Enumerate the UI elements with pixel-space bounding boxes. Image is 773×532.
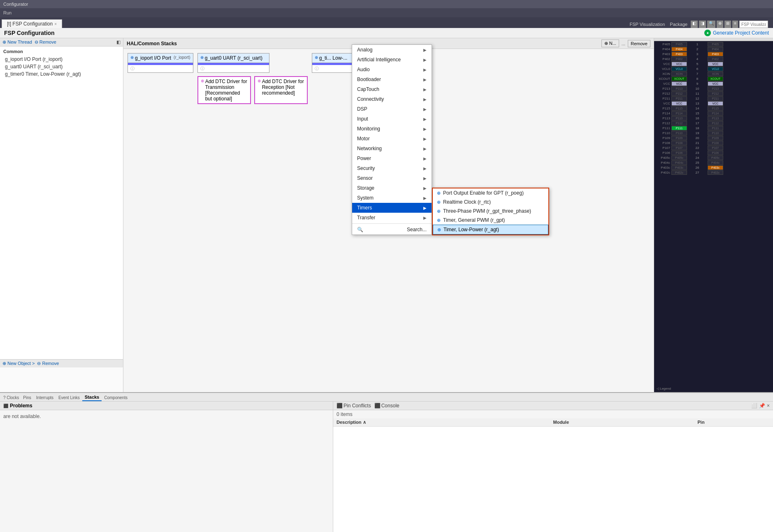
- viz-icon-search[interactable]: 🔍: [707, 21, 715, 28]
- submenu-item-agt[interactable]: ⊕ Timer, Low-Power (r_agt): [433, 225, 548, 235]
- console-tab[interactable]: ⬛ Console: [374, 403, 399, 409]
- clocks-tab[interactable]: ? Clocks: [2, 395, 21, 401]
- pin-left-chip-0[interactable]: P405: [671, 42, 687, 46]
- pin-conflicts-tab[interactable]: ⬛ Pin Conflicts: [337, 403, 371, 409]
- pin-right-chip-25[interactable]: P403c: [708, 165, 723, 170]
- col-pin[interactable]: Pin: [698, 420, 770, 425]
- pin-right-chip-18[interactable]: P110: [708, 131, 723, 135]
- generate-project-btn[interactable]: ✦ Generate Project Content: [704, 30, 769, 36]
- pin-left-chip-22[interactable]: P106: [671, 151, 687, 155]
- pin-right-chip-0[interactable]: P405: [708, 42, 723, 46]
- viz-icon-fit[interactable]: ⊞: [724, 21, 731, 28]
- pin-left-chip-3[interactable]: P402: [671, 57, 687, 61]
- pin-left-chip-19[interactable]: P109: [671, 136, 687, 140]
- submenu-item-rtc[interactable]: ⊕ Realtime Clock (r_rtc): [433, 197, 548, 207]
- pin-left-chip-2[interactable]: P403: [671, 52, 687, 56]
- pin-left-chip-23[interactable]: P405c: [671, 156, 687, 160]
- pin-left-chip-17[interactable]: P111: [671, 126, 687, 130]
- pin-left-chip-24[interactable]: P404c: [671, 160, 687, 165]
- stacks-tab[interactable]: Stacks: [82, 394, 102, 401]
- pins-tab[interactable]: Pins: [21, 395, 33, 401]
- col-description[interactable]: Description ∧: [337, 420, 553, 425]
- pin-left-chip-11[interactable]: P211: [671, 96, 687, 101]
- col-module[interactable]: Module: [553, 420, 698, 425]
- pin-right-chip-10[interactable]: P212: [708, 91, 723, 96]
- event-links-tab[interactable]: Event Links: [56, 395, 82, 401]
- collapse-left-btn[interactable]: ◧: [116, 39, 121, 45]
- pin-left-chip-9[interactable]: P213: [671, 86, 687, 91]
- pin-left-chip-16[interactable]: P112: [671, 121, 687, 125]
- stack-card-ioport[interactable]: ⊕ g_ioport I/O Port (r_ioport) ⓘ: [128, 53, 193, 73]
- pin-right-chip-11[interactable]: P211: [708, 96, 723, 101]
- components-tab[interactable]: Components: [102, 395, 130, 401]
- menu-item-storage[interactable]: Storage ▶: [352, 183, 432, 193]
- pin-left-chip-14[interactable]: P114: [671, 111, 687, 116]
- pin-right-chip-23[interactable]: P405c: [708, 156, 723, 160]
- pin-right-chip-4[interactable]: VCC: [708, 62, 723, 66]
- pin-right-chip-19[interactable]: P109: [708, 136, 723, 140]
- pin-right-chip-15[interactable]: P113: [708, 116, 723, 121]
- submenu-item-gpt[interactable]: ⊕ Timer, General PWM (r_gpt): [433, 216, 548, 225]
- pc-icon-maximize[interactable]: ⬜: [751, 403, 757, 409]
- menu-item-input[interactable]: Input ▶: [352, 114, 432, 124]
- pin-left-chip-21[interactable]: P107: [671, 146, 687, 150]
- hal-new-stack-btn[interactable]: ⊕ N...: [601, 39, 619, 47]
- viz-type-input[interactable]: [739, 21, 768, 28]
- pin-right-chip-21[interactable]: P107: [708, 146, 723, 150]
- tree-item-ioport[interactable]: g_ioport I/O Port (r_ioport): [3, 56, 120, 63]
- pin-left-chip-26[interactable]: P402c: [671, 170, 687, 175]
- dtc-rx-card[interactable]: ⊕ Add DTC Driver for Reception [Not reco…: [254, 76, 308, 104]
- pin-left-chip-1[interactable]: P404: [671, 47, 687, 51]
- menu-item-sensor[interactable]: Sensor ▶: [352, 173, 432, 183]
- interrupts-tab[interactable]: Interrupts: [34, 395, 56, 401]
- fsp-config-tab[interactable]: [t] FSP Configuration ×: [2, 19, 62, 28]
- pin-right-chip-12[interactable]: VCC: [708, 101, 723, 106]
- menu-item-transfer[interactable]: Transfer ▶: [352, 213, 432, 223]
- pin-right-chip-20[interactable]: P108: [708, 141, 723, 145]
- stack-card-uart[interactable]: ⊕ g_uart0 UART (r_sci_uart) ⓘ: [197, 53, 269, 73]
- menu-item-monitoring[interactable]: Monitoring ▶: [352, 124, 432, 134]
- pin-left-chip-13[interactable]: P115: [671, 106, 687, 111]
- tree-item-uart[interactable]: g_uart0 UART (r_sci_uart): [3, 63, 120, 70]
- pin-right-chip-16[interactable]: P112: [708, 121, 723, 125]
- menu-item-system[interactable]: System ▶: [352, 193, 432, 203]
- remove-thread-btn[interactable]: ⊖ Remove: [35, 39, 56, 45]
- submenu-item-3phase[interactable]: ⊕ Three-Phase PWM (r_gpt_three_phase): [433, 207, 548, 216]
- new-thread-btn[interactable]: ⊕ New Thread: [2, 39, 32, 45]
- pin-right-chip-13[interactable]: P115: [708, 106, 723, 111]
- menu-item-security[interactable]: Security ▶: [352, 163, 432, 173]
- hal-remove-btn[interactable]: Remove: [628, 40, 650, 47]
- menu-item-networking[interactable]: Networking ▶: [352, 144, 432, 153]
- pin-left-chip-5[interactable]: VCL0: [671, 67, 687, 71]
- menu-item-search[interactable]: 🔍 Search...: [352, 225, 432, 235]
- tree-item-timer[interactable]: g_timer0 Timer, Low-Power (r_agt): [3, 70, 120, 78]
- stack-card-timer[interactable]: ⊕ g_ti... Low-... ⓘ: [312, 53, 357, 73]
- viz-icon-2[interactable]: ◨: [699, 21, 706, 28]
- pin-right-chip-9[interactable]: P213: [708, 86, 723, 91]
- new-object-btn[interactable]: ⊕ New Object >: [2, 361, 35, 366]
- viz-icon-zoom[interactable]: ⊕: [717, 21, 723, 28]
- pin-left-chip-6[interactable]: XCIN: [671, 72, 687, 76]
- pin-right-chip-2[interactable]: P403: [708, 52, 723, 56]
- menu-item-motor[interactable]: Motor ▶: [352, 134, 432, 144]
- pin-right-chip-1[interactable]: P404: [708, 47, 723, 51]
- pin-left-chip-7[interactable]: XCOUT: [671, 77, 687, 81]
- menu-item-audio[interactable]: Audio ▶: [352, 65, 432, 74]
- pin-right-chip-3[interactable]: P402: [708, 57, 723, 61]
- pc-icon-close[interactable]: ×: [767, 403, 770, 409]
- dtc-tx-card[interactable]: ⊕ Add DTC Driver for Transmission [Recom…: [197, 76, 251, 104]
- pin-right-chip-14[interactable]: P114: [708, 111, 723, 116]
- menu-item-power[interactable]: Power ▶: [352, 153, 432, 163]
- pc-icon-pin[interactable]: 📌: [759, 403, 765, 409]
- menu-item-analog[interactable]: Analog ▶: [352, 45, 432, 55]
- menu-item-timers[interactable]: Timers ▶: [352, 203, 432, 213]
- menu-item-bootloader[interactable]: Bootloader ▶: [352, 74, 432, 84]
- pin-left-chip-4[interactable]: VCC: [671, 62, 687, 66]
- pin-right-chip-26[interactable]: P402c: [708, 170, 723, 175]
- pin-left-chip-20[interactable]: P108: [671, 141, 687, 145]
- viz-icon-list[interactable]: ≡: [732, 21, 738, 28]
- viz-icon-1[interactable]: ◧: [691, 21, 698, 28]
- menu-item-connectivity[interactable]: Connectivity ▶: [352, 94, 432, 104]
- pin-left-chip-10[interactable]: P212: [671, 91, 687, 96]
- menu-item-captouch[interactable]: CapTouch ▶: [352, 84, 432, 94]
